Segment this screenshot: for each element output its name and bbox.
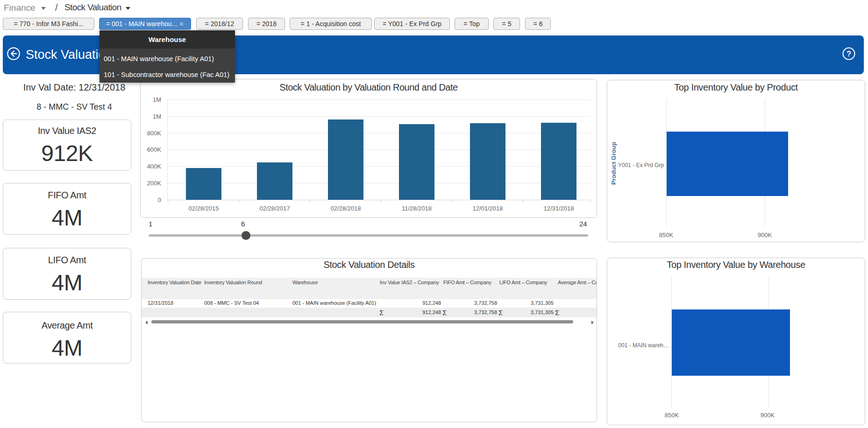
svg-text:?: ? xyxy=(847,49,851,58)
